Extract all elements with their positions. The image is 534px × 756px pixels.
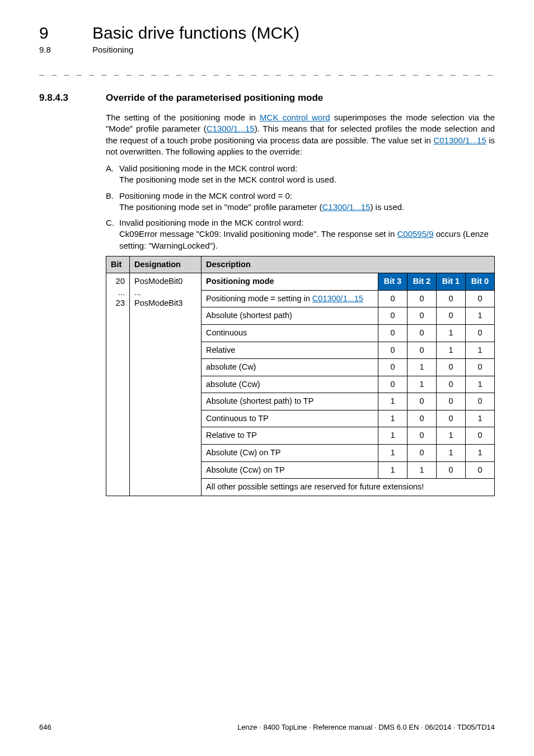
list-a-line1: Valid positioning mode in the MCK contro… (119, 164, 297, 173)
page: 9 Basic drive functions (MCK) 9.8 Positi… (0, 0, 534, 756)
row-b2: 0 (407, 410, 436, 427)
th-description: Description (202, 256, 495, 273)
row-b1: 0 (436, 376, 465, 393)
designation-cell: PosModeBit0 ... PosModeBit3 (130, 273, 202, 496)
row-desc: absolute (Ccw) (202, 376, 378, 393)
footer-meta: Lenze · 8400 TopLine · Reference manual … (237, 723, 495, 731)
row-desc: Positioning mode = setting in C01300/1..… (202, 290, 378, 307)
row-b1: 1 (436, 444, 465, 461)
list-b-line2a: The positioning mode set in "mode" profi… (119, 202, 322, 212)
row-desc: Relative to TP (202, 427, 378, 445)
bit2-header: Bit 2 (407, 273, 436, 291)
row-desc: Absolute (shortest path) (202, 307, 378, 325)
row-b2: 0 (407, 342, 436, 359)
row-b0: 0 (465, 325, 494, 342)
bit-range-cell: 20 ... 23 (106, 273, 130, 496)
bit1-header: Bit 1 (436, 273, 465, 291)
row-b3: 1 (378, 461, 407, 479)
row-b1: 0 (436, 290, 465, 307)
posmodebit3: PosModeBit3 (134, 298, 182, 307)
row-b0: 0 (465, 427, 494, 445)
divider-line: _ _ _ _ _ _ _ _ _ _ _ _ _ _ _ _ _ _ _ _ … (39, 66, 495, 76)
subsection-heading: 9.8.4.3 Override of the parameterised po… (39, 92, 495, 104)
row-b2: 0 (407, 444, 436, 461)
row-b2: 1 (407, 359, 436, 376)
list-b-line1: Positioning mode in the MCK control word… (119, 191, 292, 200)
row-b0: 1 (465, 376, 494, 393)
list-item-c: C. Invalid positioning mode in the MCK c… (106, 217, 495, 251)
row-b2: 0 (407, 307, 436, 325)
subsection-number: 9.8.4.3 (39, 92, 106, 104)
list-a-line2: The positioning mode set in the MCK cont… (119, 175, 336, 184)
row-b3: 0 (378, 325, 407, 342)
row-b2: 0 (407, 427, 436, 445)
override-list: A. Valid positioning mode in the MCK con… (106, 163, 495, 251)
row-b0: 0 (465, 393, 494, 410)
c01300-row-link[interactable]: C01300/1...15 (312, 294, 363, 303)
c00595-link[interactable]: C00595/9 (397, 229, 433, 239)
mck-control-word-link[interactable]: MCK control word (260, 113, 330, 122)
row-desc: absolute (Cw) (202, 359, 378, 376)
row-b1: 0 (436, 307, 465, 325)
th-bit: Bit (106, 256, 130, 273)
body-content: The setting of the positioning mode in M… (106, 112, 495, 496)
bit3-header: Bit 3 (378, 273, 407, 291)
intro-paragraph: The setting of the positioning mode in M… (106, 112, 495, 157)
row-desc: Continuous to TP (202, 410, 378, 427)
row-b2: 1 (407, 461, 436, 479)
row-b3: 1 (378, 427, 407, 445)
row-b3: 0 (378, 290, 407, 307)
c01300-link[interactable]: C01300/1...15 (433, 136, 486, 145)
chapter-title: Basic drive functions (MCK) (92, 24, 299, 43)
section-title: Positioning (92, 45, 133, 54)
row-b1: 1 (436, 325, 465, 342)
row-b3: 1 (378, 410, 407, 427)
bit-20: 20 (116, 277, 125, 286)
positioning-mode-label: Positioning mode (202, 273, 378, 291)
page-number: 646 (39, 723, 51, 731)
section-heading: 9.8 Positioning (39, 45, 495, 54)
row-b2: 0 (407, 393, 436, 410)
list-item-a: A. Valid positioning mode in the MCK con… (106, 163, 495, 186)
desig-dots: ... (134, 288, 141, 297)
row-b0: 1 (465, 342, 494, 359)
bit-dots: ... (118, 288, 125, 297)
row-b1: 1 (436, 427, 465, 445)
subsection-title: Override of the parameterised positionin… (106, 92, 323, 104)
row-b3: 0 (378, 359, 407, 376)
intro-text-a: The setting of the positioning mode in (106, 113, 260, 122)
row-b3: 1 (378, 444, 407, 461)
c1300-link-2[interactable]: C1300/1...15 (322, 202, 371, 212)
row-b2: 1 (407, 376, 436, 393)
list-c-line2a: Ck09Error message "Ck09: Invalid positio… (119, 229, 397, 239)
c1300-link-1[interactable]: C1300/1...15 (207, 124, 255, 133)
row-b2: 0 (407, 325, 436, 342)
row-b1: 1 (436, 342, 465, 359)
row-b0: 1 (465, 410, 494, 427)
row-b3: 1 (378, 393, 407, 410)
row-b0: 1 (465, 307, 494, 325)
row-b0: 0 (465, 290, 494, 307)
chapter-heading: 9 Basic drive functions (MCK) (39, 24, 495, 43)
bit-23: 23 (116, 298, 125, 307)
list-b-line2b: ) is used. (370, 202, 404, 212)
list-item-b: B. Positioning mode in the MCK control w… (106, 190, 495, 213)
row-b3: 0 (378, 307, 407, 325)
row-b1: 0 (436, 461, 465, 479)
list-marker-c: C. (106, 217, 119, 251)
row-b1: 0 (436, 359, 465, 376)
row-b1: 0 (436, 393, 465, 410)
posmode-header-row: 20 ... 23 PosModeBit0 ... PosModeBit3 Po… (106, 273, 495, 291)
row-b3: 0 (378, 342, 407, 359)
table-footer-note: All other possible settings are reserved… (202, 479, 495, 496)
list-marker-b: B. (106, 190, 119, 213)
row-desc: Continuous (202, 325, 378, 342)
th-designation: Designation (130, 256, 202, 273)
table-header-row: Bit Designation Description (106, 256, 495, 273)
row-b1: 0 (436, 410, 465, 427)
row-b0: 0 (465, 461, 494, 479)
row-b0: 1 (465, 444, 494, 461)
bit0-header: Bit 0 (465, 273, 494, 291)
row-desc: Absolute (Cw) on TP (202, 444, 378, 461)
row-b3: 0 (378, 376, 407, 393)
